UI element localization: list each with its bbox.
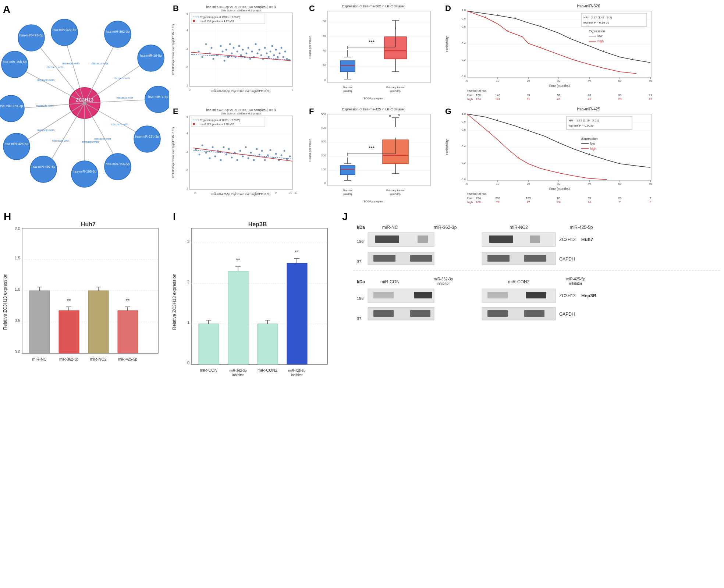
svg-text:low: low [467, 93, 472, 97]
svg-text:143: 143 [495, 93, 500, 97]
svg-text:30: 30 [618, 93, 622, 97]
svg-point-83 [226, 49, 227, 51]
svg-text:20: 20 [618, 196, 622, 200]
svg-rect-404 [118, 311, 138, 353]
svg-point-48 [18, 25, 45, 51]
svg-point-96 [249, 58, 251, 60]
svg-text:0.6: 0.6 [462, 128, 466, 131]
svg-point-115 [284, 51, 286, 53]
svg-point-77 [213, 58, 214, 60]
svg-point-32 [30, 156, 57, 183]
svg-text:Time (months): Time (months) [549, 187, 570, 191]
panel-i: I Hep3B Relative ZC3H13 expression 0 1 2… [169, 206, 338, 397]
svg-text:**: ** [295, 249, 299, 255]
svg-point-101 [259, 49, 260, 51]
svg-text:hsa-miR-326: hsa-miR-326 [577, 4, 600, 8]
svg-text:Huh7: Huh7 [81, 221, 96, 227]
svg-point-89 [237, 51, 238, 53]
svg-rect-433 [287, 263, 307, 364]
svg-text:21: 21 [649, 93, 652, 97]
svg-text:500: 500 [321, 113, 326, 116]
svg-point-104 [264, 47, 266, 49]
svg-text:GAPDH: GAPDH [559, 256, 575, 262]
svg-text:43: 43 [588, 93, 591, 97]
svg-point-258 [239, 150, 241, 152]
svg-text:miR-362-3p: miR-362-3p [434, 277, 453, 281]
svg-text:miR-NC: miR-NC [382, 225, 398, 230]
svg-text:high: high [590, 147, 596, 150]
svg-rect-197 [581, 13, 647, 26]
svg-text:Relative ZC3H13 expression: Relative ZC3H13 expression [3, 274, 8, 330]
svg-rect-460 [410, 255, 432, 262]
svg-text:0.8: 0.8 [462, 120, 466, 123]
svg-text:**: ** [67, 298, 71, 304]
svg-line-35 [21, 103, 85, 144]
svg-text:300: 300 [321, 140, 326, 143]
svg-text:H: H [4, 211, 11, 222]
svg-text:4: 4 [187, 132, 188, 135]
svg-text:2: 2 [187, 280, 189, 284]
svg-text:20: 20 [527, 182, 530, 185]
svg-text:low: low [467, 196, 472, 200]
svg-point-82 [224, 60, 226, 62]
svg-text:A: A [3, 4, 10, 15]
svg-text:Expression of hsa-mir-362 in L: Expression of hsa-mir-362 in LIHC datase… [342, 4, 405, 8]
figure-container: A ZC3H13 hsa-miR-362-3p interacts with h… [0, 0, 724, 588]
svg-text:0: 0 [324, 181, 326, 185]
svg-text:G: G [445, 107, 451, 116]
svg-text:***: *** [369, 39, 375, 45]
svg-text:Regression (y = -0.1052x + 1.8: Regression (y = -0.1052x + 1.8613) [200, 16, 240, 19]
svg-text:Huh7: Huh7 [581, 237, 593, 242]
svg-point-265 [259, 154, 260, 156]
svg-rect-461 [487, 255, 510, 262]
svg-text:TCGA samples: TCGA samples [363, 200, 383, 203]
svg-text:**: ** [126, 298, 130, 304]
svg-rect-478 [414, 292, 432, 298]
svg-point-252 [223, 146, 225, 148]
svg-text:61: 61 [557, 98, 561, 101]
svg-text:hsa-miR-23a-3p: hsa-miR-23a-3p [0, 104, 23, 108]
svg-text:F: F [309, 107, 314, 116]
svg-text:8: 8 [255, 191, 256, 194]
svg-text:miR-CON2: miR-CON2 [508, 279, 530, 284]
panel-b: B hsa-miR-362-3p vs. ZC3H13, 370 samples… [169, 0, 305, 103]
svg-text:Regression (y = -0.1239x + 2.5: Regression (y = -0.1239x + 2.5835) [200, 119, 240, 122]
panel-e: E hsa-miR-425-5p vs. ZC3H13, 370 samples… [169, 103, 305, 206]
svg-text:miR-425-5p: miR-425-5p [288, 369, 305, 372]
svg-point-109 [273, 54, 275, 56]
svg-text:10: 10 [496, 182, 500, 185]
svg-text:0.6: 0.6 [462, 25, 466, 28]
svg-text:37: 37 [357, 316, 361, 321]
svg-point-114 [283, 56, 284, 58]
svg-text:50: 50 [618, 182, 622, 185]
svg-text:41: 41 [588, 98, 591, 101]
svg-point-73 [198, 51, 200, 53]
svg-text:hsa-miR-15b-5p: hsa-miR-15b-5p [3, 60, 27, 64]
svg-text:0: 0 [214, 88, 216, 91]
svg-point-95 [248, 47, 249, 49]
svg-point-261 [248, 157, 249, 159]
svg-text:Number at risk: Number at risk [467, 89, 487, 92]
svg-rect-484 [373, 310, 394, 317]
svg-point-74 [202, 56, 203, 58]
svg-point-274 [284, 150, 285, 152]
svg-text:0.8: 0.8 [462, 17, 466, 20]
svg-text:194: 194 [476, 98, 481, 101]
svg-text:E: E [173, 107, 178, 116]
svg-text:400: 400 [321, 126, 326, 130]
svg-point-94 [246, 53, 248, 54]
svg-text:miR-CON: miR-CON [200, 368, 217, 372]
svg-text:0: 0 [466, 79, 468, 82]
svg-text:294: 294 [476, 196, 481, 200]
svg-point-20 [134, 126, 160, 152]
svg-text:47: 47 [527, 201, 530, 204]
svg-point-108 [272, 45, 273, 47]
svg-line-47 [36, 42, 85, 103]
svg-text:0: 0 [650, 201, 652, 204]
svg-text:GAPDH: GAPDH [559, 312, 575, 317]
svg-point-246 [205, 152, 207, 154]
svg-text:interacts with: interacts with [52, 139, 70, 142]
svg-point-78 [211, 47, 213, 49]
svg-point-100 [257, 53, 259, 54]
svg-point-102 [260, 54, 262, 56]
